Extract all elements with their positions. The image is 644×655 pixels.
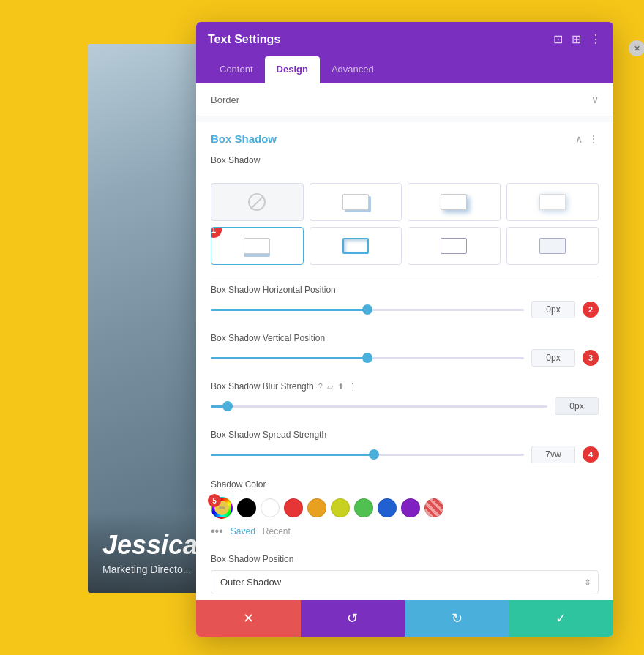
shadow-option-bottom[interactable]: 1 <box>211 227 304 265</box>
shadow-option-outside-blur[interactable] <box>408 183 501 221</box>
color-swatch-orange[interactable] <box>307 498 326 517</box>
panel-close-button[interactable]: ✕ <box>629 40 644 56</box>
shadow-preview-outside <box>342 194 369 210</box>
blur-slider-thumb[interactable] <box>222 401 233 411</box>
tab-content[interactable]: Content <box>208 56 265 83</box>
blur-input[interactable]: 0px <box>555 397 599 415</box>
shadow-option-outside[interactable] <box>310 183 402 221</box>
shadow-option-none[interactable] <box>211 183 304 221</box>
more-icon[interactable]: ⋮ <box>590 32 602 46</box>
color-swatch-red[interactable] <box>284 498 303 517</box>
panel-title: Text Settings <box>208 33 280 46</box>
undo-icon: ↺ <box>347 610 358 626</box>
redo-button[interactable]: ↻ <box>405 600 509 637</box>
blur-slider-container: 0px <box>211 397 599 415</box>
vertical-slider-fill <box>211 357 367 359</box>
vertical-label: Box Shadow Vertical Position <box>211 333 599 343</box>
collapse-icon[interactable]: ∧ <box>575 133 583 145</box>
position-section: Box Shadow Position Outer Shadow Inner S… <box>196 547 613 606</box>
badge-4: 4 <box>583 446 599 463</box>
vertical-slider-thumb[interactable] <box>362 353 372 363</box>
shadow-option-inset[interactable] <box>310 227 402 265</box>
badge-1: 1 <box>211 227 222 238</box>
blur-cursor-icon[interactable]: ⬆ <box>337 382 344 392</box>
tab-design[interactable]: Design <box>265 56 320 83</box>
color-picker-wrapper[interactable]: ✏ 5 <box>211 497 233 519</box>
spread-row: Box Shadow Spread Strength 7vw 4 <box>196 422 613 471</box>
shadow-preview-bottom <box>244 238 270 254</box>
badge-5: 5 <box>208 494 221 507</box>
shadow-preview-outside-sm <box>539 194 566 210</box>
panel-tabs: Content Design Advanced <box>196 56 613 83</box>
border-label: Border <box>211 94 239 105</box>
color-swatch-black[interactable] <box>237 498 256 517</box>
shadow-option-outline2[interactable] <box>506 227 599 265</box>
blur-more-icon[interactable]: ⋮ <box>348 382 356 392</box>
vertical-row: Box Shadow Vertical Position 0px 3 <box>196 326 613 374</box>
spread-slider-track[interactable] <box>211 454 524 456</box>
header-icons: ⊡ ⊞ ⋮ <box>553 32 602 46</box>
box-shadow-label: Box Shadow <box>196 155 613 171</box>
horizontal-row: Box Shadow Horizontal Position 0px 2 <box>196 277 613 326</box>
shadow-option-outline[interactable] <box>408 227 501 265</box>
vertical-slider-track[interactable] <box>211 357 524 359</box>
vertical-input[interactable]: 0px <box>531 349 575 367</box>
color-swatch-white[interactable] <box>261 498 280 517</box>
horizontal-slider-container: 0px 2 <box>211 301 599 318</box>
cancel-button[interactable]: ✕ <box>196 600 301 637</box>
split-icon[interactable]: ⊞ <box>572 32 581 46</box>
color-swatch-yellow[interactable] <box>331 498 350 517</box>
spread-slider-thumb[interactable] <box>369 449 379 460</box>
box-shadow-section: Box Shadow ∧ ⋮ Box Shadow <box>196 122 613 606</box>
spread-label: Box Shadow Spread Strength <box>211 430 599 440</box>
border-section[interactable]: Border ∨ <box>196 83 613 116</box>
color-row-2: ••• Saved Recent <box>211 525 599 538</box>
shadow-preview-outside-blur <box>441 194 467 210</box>
vertical-slider-container: 0px 3 <box>211 349 599 367</box>
position-select[interactable]: Outer Shadow Inner Shadow <box>211 570 599 594</box>
horizontal-slider-fill <box>211 309 367 311</box>
saved-label[interactable]: Saved <box>231 526 255 536</box>
save-button[interactable]: ✓ <box>509 600 614 637</box>
border-chevron: ∨ <box>591 94 599 105</box>
color-swatch-blue[interactable] <box>378 498 397 517</box>
horizontal-label: Box Shadow Horizontal Position <box>211 285 599 295</box>
box-shadow-header: Box Shadow ∧ ⋮ <box>196 122 613 155</box>
fullscreen-icon[interactable]: ⊡ <box>553 32 563 46</box>
settings-panel: Text Settings ⊡ ⊞ ⋮ Content Design Advan… <box>196 22 613 637</box>
spread-slider-container: 7vw 4 <box>211 446 599 463</box>
tab-advanced[interactable]: Advanced <box>320 56 386 83</box>
more-colors-icon[interactable]: ••• <box>211 525 223 538</box>
shadow-grid: 1 <box>196 177 613 277</box>
color-swatch-green[interactable] <box>354 498 373 517</box>
panel-content: Border ∨ Box Shadow ∧ ⋮ Box Shadow <box>196 83 613 621</box>
horizontal-slider-thumb[interactable] <box>362 304 372 315</box>
color-swatch-striped[interactable] <box>424 498 443 517</box>
badge-3: 3 <box>583 350 599 366</box>
blur-label: Box Shadow Blur Strength ? ▱ ⬆ ⋮ <box>211 381 599 392</box>
shadow-option-outside-sm[interactable] <box>506 183 599 221</box>
blur-row: Box Shadow Blur Strength ? ▱ ⬆ ⋮ 0px <box>196 374 613 422</box>
shadow-color-section: Shadow Color ✏ 5 <box>196 471 613 547</box>
box-shadow-title: Box Shadow <box>211 132 277 145</box>
shadow-color-label: Shadow Color <box>211 479 599 490</box>
panel-footer: ✕ ↺ ↻ ✓ <box>196 600 613 637</box>
blur-slider-track[interactable] <box>211 405 547 408</box>
recent-label[interactable]: Recent <box>263 526 291 536</box>
cancel-icon: ✕ <box>243 610 254 626</box>
shadow-preview-inset <box>342 238 369 254</box>
blur-help-icon[interactable]: ? <box>318 382 323 391</box>
horizontal-input[interactable]: 0px <box>531 301 575 318</box>
save-icon: ✓ <box>555 610 566 626</box>
shadow-preview-outline <box>441 238 467 254</box>
position-label: Box Shadow Position <box>211 554 599 564</box>
color-swatch-purple[interactable] <box>401 498 420 517</box>
box-shadow-more[interactable]: ⋮ <box>588 133 599 145</box>
spread-slider-fill <box>211 454 374 456</box>
horizontal-slider-track[interactable] <box>211 309 524 311</box>
panel-header: Text Settings ⊡ ⊞ ⋮ <box>196 22 613 56</box>
blur-device-icon[interactable]: ▱ <box>327 382 333 392</box>
spread-input[interactable]: 7vw <box>531 446 575 463</box>
undo-button[interactable]: ↺ <box>301 600 405 637</box>
position-select-wrapper: Outer Shadow Inner Shadow <box>211 570 599 594</box>
